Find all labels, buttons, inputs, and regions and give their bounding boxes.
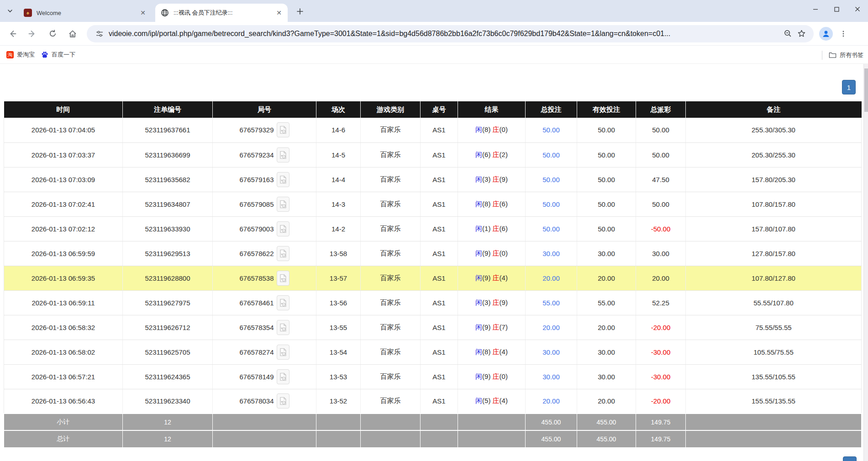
url-text[interactable]: videoie.com/ipl/portal.php/game/betrecor… <box>109 30 781 38</box>
video-replay-icon <box>279 299 287 307</box>
video-replay-button[interactable] <box>277 345 289 360</box>
payout-cell: 50.00 <box>636 118 686 142</box>
browser-window: ♠ Welcome ✕ :::视讯 会员下注纪录::: ✕ <box>0 0 868 461</box>
table-row: 2026-01-13 07:04:05523119637661676579329… <box>4 118 862 142</box>
table-row: 2026-01-13 07:02:12523119633930676579003… <box>4 216 862 241</box>
time-cell: 2026-01-13 06:58:32 <box>4 315 123 340</box>
session-cell: 13-52 <box>316 389 361 414</box>
video-replay-button[interactable] <box>277 295 289 310</box>
bet-id-cell: 523119626712 <box>123 315 213 340</box>
total-bet-cell: 20.00 <box>526 315 577 340</box>
taobao-icon: 淘 <box>6 51 14 58</box>
video-replay-icon <box>279 249 287 258</box>
time-cell: 2026-01-13 06:58:02 <box>4 340 123 364</box>
vertical-scrollbar[interactable] <box>863 64 868 461</box>
total-label: 总计 <box>4 430 123 447</box>
address-bar[interactable]: videoie.com/ipl/portal.php/game/betrecor… <box>87 25 814 42</box>
back-button[interactable] <box>5 26 20 42</box>
bookmark-star-button[interactable] <box>794 27 808 41</box>
valid-bet-cell: 50.00 <box>577 118 636 142</box>
video-replay-button[interactable] <box>277 393 289 409</box>
video-replay-icon <box>279 397 287 405</box>
bet-id-cell: 523119627975 <box>123 290 213 315</box>
total-valid-bet: 455.00 <box>577 430 636 447</box>
table-body: 2026-01-13 07:04:05523119637661676579329… <box>4 118 862 414</box>
table-footer: 小计 12 455.00 455.00 149.75 总计 12 455.00 … <box>4 414 862 447</box>
folder-icon <box>829 52 836 58</box>
game-type-cell: 百家乐 <box>361 364 421 389</box>
all-bookmarks-button[interactable]: 所有书签 <box>829 51 863 59</box>
bookmark-aitaobao[interactable]: 淘 爱淘宝 <box>6 51 35 59</box>
browser-toolbar: videoie.com/ipl/portal.php/game/betrecor… <box>0 22 868 46</box>
payout-cell: -20.00 <box>636 315 686 340</box>
result-cell: 闲(8) 庄(4) <box>458 340 526 364</box>
table-no-cell: AS1 <box>421 216 458 241</box>
total-payout: 149.75 <box>636 430 686 447</box>
forward-button[interactable] <box>25 26 40 42</box>
page-content: 1 时间 注单编号 局号 场次 游戏类别 桌号 结果 总投注 有效投注 总 <box>0 64 868 461</box>
video-replay-button[interactable] <box>277 320 289 335</box>
table-row: 2026-01-13 06:58:02523119625705676578274… <box>4 340 862 364</box>
table-row: 2026-01-13 06:56:43523119623340676578034… <box>4 389 862 414</box>
home-button[interactable] <box>65 26 80 42</box>
scrollbar-thumb[interactable] <box>864 68 868 112</box>
bet-id-cell: 523119628800 <box>123 266 213 290</box>
total-total-bet: 455.00 <box>526 430 577 447</box>
video-replay-button[interactable] <box>277 271 289 286</box>
tab-strip: ♠ Welcome ✕ :::视讯 会员下注纪录::: ✕ <box>0 0 868 22</box>
zoom-out-button[interactable] <box>781 27 794 41</box>
all-bookmarks-label: 所有书签 <box>840 51 863 59</box>
tab-search-button[interactable] <box>4 5 16 17</box>
subtotal-valid-bet: 455.00 <box>577 414 636 430</box>
video-replay-button[interactable] <box>277 197 289 212</box>
video-replay-icon <box>279 175 287 184</box>
session-cell: 14-2 <box>316 216 361 241</box>
video-replay-button[interactable] <box>277 172 289 187</box>
valid-bet-cell: 55.00 <box>577 290 636 315</box>
table-row: 2026-01-13 07:03:37523119636699676579234… <box>4 142 862 167</box>
result-cell: 闲(5) 庄(4) <box>458 389 526 414</box>
bet-record-table: 时间 注单编号 局号 场次 游戏类别 桌号 结果 总投注 有效投注 总派彩 备注… <box>4 101 862 447</box>
maximize-button[interactable] <box>826 0 847 18</box>
tab-welcome[interactable]: ♠ Welcome ✕ <box>18 4 152 22</box>
video-replay-button[interactable] <box>277 122 289 137</box>
video-replay-button[interactable] <box>277 221 289 236</box>
game-type-cell: 百家乐 <box>361 290 421 315</box>
video-replay-button[interactable] <box>277 246 289 261</box>
valid-bet-cell: 50.00 <box>577 142 636 167</box>
round-id-cell: 676578274 <box>213 340 316 364</box>
result-cell: 闲(8) 庄(6) <box>458 192 526 216</box>
globe-icon <box>161 9 169 17</box>
window-controls <box>805 0 868 18</box>
round-id-cell: 676579329 <box>213 118 316 142</box>
tab-close-icon[interactable]: ✕ <box>275 9 283 17</box>
tab-close-icon[interactable]: ✕ <box>139 9 147 17</box>
valid-bet-cell: 20.00 <box>577 389 636 414</box>
table-no-cell: AS1 <box>421 118 458 142</box>
time-cell: 2026-01-13 07:02:41 <box>4 192 123 216</box>
reload-button[interactable] <box>45 26 60 42</box>
video-replay-button[interactable] <box>277 147 289 162</box>
bet-id-cell: 523119629513 <box>123 241 213 266</box>
bookmarks-divider <box>822 51 822 60</box>
bookmark-baidu[interactable]: 百度一下 <box>41 51 75 59</box>
browser-menu-button[interactable] <box>836 26 851 42</box>
tab-bet-record[interactable]: :::视讯 会员下注纪录::: ✕ <box>155 4 288 22</box>
plus-icon <box>296 8 304 15</box>
pagination-button-bottom[interactable]: 1 <box>843 456 857 461</box>
table-no-cell: AS1 <box>421 167 458 192</box>
payout-cell: 52.25 <box>636 290 686 315</box>
video-replay-icon <box>279 372 287 381</box>
video-replay-button[interactable] <box>277 369 289 384</box>
pagination-button-top[interactable]: 1 <box>842 80 856 94</box>
close-window-button[interactable] <box>847 0 868 18</box>
result-cell: 闲(9) 庄(4) <box>458 266 526 290</box>
table-no-cell: AS1 <box>421 241 458 266</box>
session-cell: 13-53 <box>316 364 361 389</box>
video-replay-icon <box>279 348 287 356</box>
profile-avatar[interactable] <box>819 27 833 41</box>
new-tab-button[interactable] <box>294 5 306 17</box>
minimize-button[interactable] <box>805 0 826 18</box>
payout-cell: 30.00 <box>636 241 686 266</box>
table-no-cell: AS1 <box>421 364 458 389</box>
